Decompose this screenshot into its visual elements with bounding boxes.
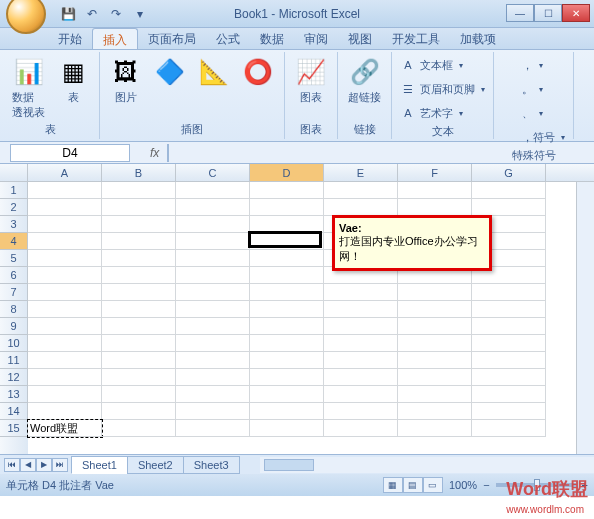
sheet-prev-icon[interactable]: ◀ bbox=[20, 458, 36, 472]
zoom-out-icon[interactable]: − bbox=[483, 479, 489, 491]
cell[interactable] bbox=[324, 182, 398, 199]
ribbon-button[interactable]: ⭕ bbox=[238, 54, 278, 92]
cell[interactable] bbox=[324, 318, 398, 335]
minimize-button[interactable]: — bbox=[506, 4, 534, 22]
ribbon-button[interactable]: 📊数据透视表 bbox=[8, 54, 49, 122]
cell[interactable] bbox=[28, 386, 102, 403]
row-header[interactable]: 6 bbox=[0, 267, 28, 284]
cell[interactable]: Word联盟 bbox=[28, 420, 102, 437]
redo-icon[interactable]: ↷ bbox=[106, 4, 126, 24]
cell[interactable] bbox=[176, 352, 250, 369]
ribbon-small-button[interactable]: ，符号▾ bbox=[500, 126, 567, 148]
cell[interactable] bbox=[28, 352, 102, 369]
cell[interactable] bbox=[176, 318, 250, 335]
cell[interactable] bbox=[102, 199, 176, 216]
cell[interactable] bbox=[250, 267, 324, 284]
cell[interactable] bbox=[472, 352, 546, 369]
cell[interactable] bbox=[398, 420, 472, 437]
ribbon-small-button[interactable]: ☰页眉和页脚▾ bbox=[398, 78, 487, 100]
tab-加载项[interactable]: 加载项 bbox=[450, 28, 506, 49]
cell[interactable] bbox=[398, 352, 472, 369]
cell[interactable] bbox=[176, 199, 250, 216]
cell[interactable] bbox=[176, 335, 250, 352]
ribbon-small-button[interactable]: ，▾ bbox=[500, 54, 567, 76]
column-header[interactable]: G bbox=[472, 164, 546, 181]
cell[interactable] bbox=[102, 216, 176, 233]
cell[interactable] bbox=[250, 216, 324, 233]
normal-view-icon[interactable]: ▦ bbox=[383, 477, 403, 493]
tab-数据[interactable]: 数据 bbox=[250, 28, 294, 49]
row-header[interactable]: 1 bbox=[0, 182, 28, 199]
cell[interactable] bbox=[176, 301, 250, 318]
ribbon-small-button[interactable]: A艺术字▾ bbox=[398, 102, 487, 124]
page-break-icon[interactable]: ▭ bbox=[423, 477, 443, 493]
cell[interactable] bbox=[324, 301, 398, 318]
select-all-corner[interactable] bbox=[0, 164, 28, 181]
cell[interactable] bbox=[102, 403, 176, 420]
formula-bar[interactable] bbox=[167, 144, 169, 162]
cell[interactable] bbox=[472, 284, 546, 301]
tab-插入[interactable]: 插入 bbox=[92, 28, 138, 49]
row-header[interactable]: 8 bbox=[0, 301, 28, 318]
fx-icon[interactable]: fx bbox=[150, 146, 159, 160]
row-header[interactable]: 4 bbox=[0, 233, 28, 250]
cell[interactable] bbox=[176, 403, 250, 420]
ribbon-button[interactable]: 📐 bbox=[194, 54, 234, 92]
cell[interactable] bbox=[324, 420, 398, 437]
sheet-tab[interactable]: Sheet1 bbox=[71, 456, 128, 474]
save-icon[interactable]: 💾 bbox=[58, 4, 78, 24]
sheet-next-icon[interactable]: ▶ bbox=[36, 458, 52, 472]
cell[interactable] bbox=[28, 250, 102, 267]
cell[interactable] bbox=[324, 352, 398, 369]
cell[interactable] bbox=[250, 301, 324, 318]
cell[interactable] bbox=[28, 369, 102, 386]
maximize-button[interactable]: ☐ bbox=[534, 4, 562, 22]
cell[interactable] bbox=[28, 284, 102, 301]
ribbon-button[interactable]: 📈图表 bbox=[291, 54, 331, 107]
ribbon-button[interactable]: 🖼图片 bbox=[106, 54, 146, 107]
column-header[interactable]: A bbox=[28, 164, 102, 181]
cell[interactable] bbox=[398, 386, 472, 403]
row-header[interactable]: 15 bbox=[0, 420, 28, 437]
cell[interactable] bbox=[102, 335, 176, 352]
cell[interactable] bbox=[28, 267, 102, 284]
column-header[interactable]: B bbox=[102, 164, 176, 181]
cell[interactable] bbox=[324, 386, 398, 403]
cell[interactable] bbox=[472, 318, 546, 335]
column-header[interactable]: D bbox=[250, 164, 324, 181]
cell[interactable] bbox=[176, 386, 250, 403]
cell[interactable] bbox=[28, 199, 102, 216]
cell[interactable] bbox=[28, 335, 102, 352]
row-header[interactable]: 12 bbox=[0, 369, 28, 386]
row-header[interactable]: 7 bbox=[0, 284, 28, 301]
ribbon-button[interactable]: ▦表 bbox=[53, 54, 93, 107]
sheet-last-icon[interactable]: ⏭ bbox=[52, 458, 68, 472]
column-header[interactable]: E bbox=[324, 164, 398, 181]
cell[interactable] bbox=[28, 318, 102, 335]
cell[interactable] bbox=[176, 250, 250, 267]
row-header[interactable]: 9 bbox=[0, 318, 28, 335]
undo-icon[interactable]: ↶ bbox=[82, 4, 102, 24]
tab-公式[interactable]: 公式 bbox=[206, 28, 250, 49]
cell[interactable] bbox=[472, 199, 546, 216]
cell[interactable] bbox=[250, 335, 324, 352]
tab-视图[interactable]: 视图 bbox=[338, 28, 382, 49]
qat-dropdown-icon[interactable]: ▾ bbox=[130, 4, 150, 24]
sheet-first-icon[interactable]: ⏮ bbox=[4, 458, 20, 472]
cell[interactable] bbox=[398, 335, 472, 352]
name-box[interactable] bbox=[10, 144, 130, 162]
cell[interactable] bbox=[176, 182, 250, 199]
cell[interactable] bbox=[398, 199, 472, 216]
ribbon-small-button[interactable]: 、▾ bbox=[500, 102, 567, 124]
cell[interactable] bbox=[398, 301, 472, 318]
row-header[interactable]: 5 bbox=[0, 250, 28, 267]
cell[interactable] bbox=[176, 284, 250, 301]
cell[interactable] bbox=[176, 369, 250, 386]
tab-开发工具[interactable]: 开发工具 bbox=[382, 28, 450, 49]
cell[interactable] bbox=[102, 420, 176, 437]
cell[interactable] bbox=[250, 318, 324, 335]
horizontal-scrollbar[interactable] bbox=[260, 457, 594, 473]
cell[interactable] bbox=[472, 386, 546, 403]
row-header[interactable]: 10 bbox=[0, 335, 28, 352]
cell[interactable] bbox=[102, 352, 176, 369]
